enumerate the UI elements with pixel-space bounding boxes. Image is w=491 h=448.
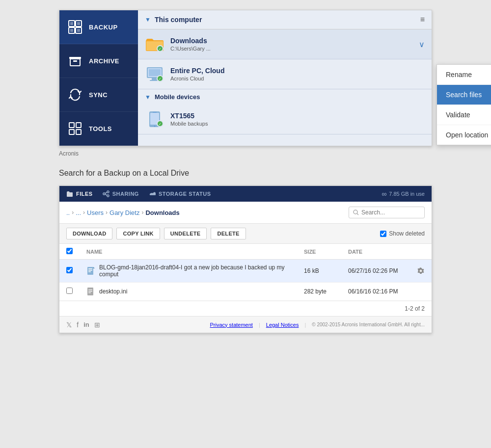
panel-header-menu-icon[interactable]: ≡: [420, 15, 425, 24]
folder-icon: [145, 35, 164, 53]
row-1-size: 16 kB: [297, 260, 341, 283]
row-checkbox-2[interactable]: [66, 288, 73, 294]
footer-links: Privacy statement | Legal Notices | © 20…: [210, 322, 425, 328]
svg-point-29: [354, 210, 357, 214]
svg-rect-37: [88, 290, 92, 290]
downloads-path: C:\Users\Gary ...: [170, 46, 419, 52]
table-row[interactable]: desktop.ini 282 byte 06/16/16 02:16 PM: [59, 283, 432, 301]
fb-breadcrumb: .. › ... › Users › Gary Dietz › Download…: [59, 202, 432, 224]
chevron-down-icon: ∨: [419, 40, 425, 49]
svg-rect-23: [153, 112, 157, 113]
row-1-date: 06/27/16 02:26 PM: [341, 260, 410, 283]
filename-cell-2: desktop.ini: [86, 287, 290, 296]
delete-button[interactable]: DELETE: [211, 228, 246, 239]
section-heading: Search for a Backup on a Local Drive: [59, 169, 432, 178]
rss-icon[interactable]: ⊞: [94, 321, 100, 329]
fb-tab-files-label: FILES: [76, 191, 93, 197]
backup-item-entire-pc[interactable]: Entire PC, Cloud Acronis Cloud: [138, 59, 432, 89]
download-button[interactable]: DOWNLOAD: [66, 228, 112, 239]
col-size: SIZE: [297, 244, 341, 260]
undelete-button[interactable]: UNDELETE: [164, 228, 207, 239]
downloads-name: Downloads: [170, 37, 419, 45]
filename-cell-1: BLOG-gmd-18jan2016-draft04-I got a new j…: [86, 264, 290, 278]
svg-point-24: [103, 193, 105, 195]
privacy-link[interactable]: Privacy statement: [210, 322, 252, 328]
context-menu-open-location[interactable]: Open location: [437, 125, 491, 145]
context-menu-validate[interactable]: Validate: [437, 105, 491, 125]
fb-tab-sharing[interactable]: SHARING: [103, 190, 139, 197]
svg-rect-31: [87, 267, 93, 275]
svg-rect-9: [70, 59, 80, 66]
copy-link-button[interactable]: COPY LINK: [116, 228, 160, 239]
fb-tab-sharing-label: SHARING: [112, 191, 139, 197]
svg-rect-13: [69, 130, 74, 134]
backup-item-downloads[interactable]: Downloads C:\Users\Gary ... ∨: [138, 29, 432, 59]
storage-amount: 7.85 GB in use: [389, 191, 425, 197]
fb-footer: 𝕏 f in ⊞ Privacy statement | Legal Notic…: [59, 316, 432, 333]
search-input[interactable]: [361, 209, 420, 216]
svg-point-35: [420, 270, 422, 272]
fb-toolbar: DOWNLOAD COPY LINK UNDELETE DELETE Show …: [59, 224, 432, 244]
facebook-icon[interactable]: f: [77, 320, 79, 329]
file-browser: FILES SHARING STORAGE STATUS ∞ 7.85 GB i…: [59, 185, 432, 333]
svg-rect-34: [88, 271, 91, 272]
svg-point-25: [107, 191, 109, 193]
xt1565-path: Mobile backups: [170, 121, 425, 127]
context-menu-search-files[interactable]: Search files: [437, 85, 491, 105]
svg-rect-10: [73, 60, 77, 62]
sidebar-item-tools[interactable]: TOOLS: [59, 112, 138, 146]
row-2-date: 06/16/16 02:16 PM: [341, 283, 410, 301]
linkedin-icon[interactable]: in: [83, 321, 89, 328]
fb-tab-storage[interactable]: STORAGE STATUS: [149, 191, 211, 197]
fb-table-wrapper: NAME SIZE DATE: [59, 244, 432, 316]
breadcrumb-parent[interactable]: ..: [66, 209, 70, 216]
show-deleted-checkbox[interactable]: [380, 231, 386, 237]
svg-rect-39: [88, 292, 91, 293]
fb-topbar: FILES SHARING STORAGE STATUS ∞ 7.85 GB i…: [59, 186, 432, 202]
context-menu: Rename Search files Validate Open locati…: [436, 64, 491, 145]
col-date: DATE: [341, 244, 410, 260]
svg-rect-7: [77, 29, 80, 32]
breadcrumb-gary[interactable]: Gary Dietz: [109, 209, 139, 216]
show-deleted-toggle[interactable]: Show deleted: [380, 230, 425, 237]
acronis-app: BACKUP ARCHIVE SY: [59, 10, 432, 146]
select-all-checkbox[interactable]: [66, 248, 73, 254]
table-row[interactable]: BLOG-gmd-18jan2016-draft04-I got a new j…: [59, 260, 432, 283]
entire-pc-name: Entire PC, Cloud: [170, 67, 425, 75]
row-1-actions[interactable]: [417, 267, 425, 275]
svg-point-22: [154, 126, 156, 127]
sidebar-item-backup[interactable]: BACKUP: [59, 10, 138, 44]
svg-rect-4: [70, 22, 73, 25]
pagination-text: 1-2 of 2: [405, 305, 425, 312]
status-ok-icon: [157, 45, 164, 52]
copyright-text: © 2002-2015 Acronis International GmbH. …: [312, 322, 425, 328]
backup-icon: [67, 19, 83, 35]
breadcrumb-users[interactable]: Users: [87, 209, 104, 216]
twitter-icon[interactable]: 𝕏: [66, 321, 72, 329]
backup-item-xt1565[interactable]: XT1565 Mobile backups: [138, 105, 432, 134]
sidebar-item-sync[interactable]: SYNC: [59, 78, 138, 112]
fb-tab-storage-label: STORAGE STATUS: [159, 191, 211, 197]
legal-link[interactable]: Legal Notices: [266, 322, 299, 328]
context-menu-rename[interactable]: Rename: [437, 65, 491, 85]
status-ok-icon: [157, 120, 164, 127]
svg-line-28: [105, 194, 107, 195]
tools-icon: [67, 121, 83, 136]
main-panel: ▼ This computer ≡ Downloads C:\Users\Gar…: [138, 10, 432, 146]
fb-file-table: NAME SIZE DATE: [59, 244, 432, 301]
fb-search-box[interactable]: [349, 207, 425, 218]
svg-rect-11: [69, 123, 74, 128]
phone-icon: [145, 110, 164, 128]
infinity-icon: ∞: [382, 190, 386, 198]
breadcrumb-ellipsis[interactable]: ...: [76, 209, 81, 216]
xt1565-name: XT1565: [170, 112, 425, 120]
svg-rect-33: [88, 270, 92, 271]
storage-info: ∞ 7.85 GB in use: [382, 190, 425, 198]
mobile-section-arrow-icon: ▼: [145, 94, 151, 101]
sync-icon: [67, 87, 83, 103]
sidebar-item-archive[interactable]: ARCHIVE: [59, 44, 138, 78]
row-1-name: BLOG-gmd-18jan2016-draft04-I got a new j…: [99, 264, 290, 278]
svg-rect-5: [77, 22, 80, 25]
fb-tab-files[interactable]: FILES: [66, 190, 93, 197]
row-checkbox-1[interactable]: [66, 267, 73, 273]
